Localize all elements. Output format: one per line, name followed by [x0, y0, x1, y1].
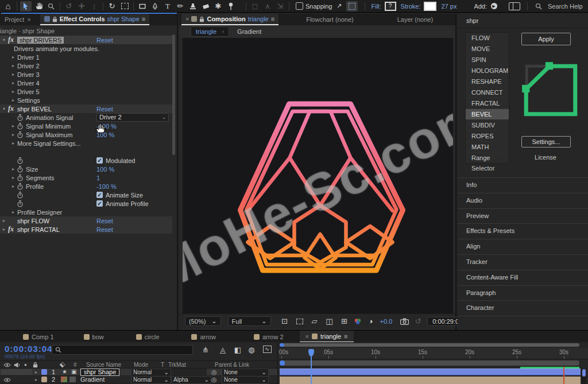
- magnification-dropdown[interactable]: (50%) ⌄: [185, 316, 221, 326]
- timeline-tab-triangle[interactable]: × triangle ≡: [300, 331, 354, 343]
- chevron-right-icon[interactable]: ▸: [9, 166, 17, 172]
- chevron-right-icon[interactable]: ▸: [0, 227, 8, 232]
- param-row-driver-3[interactable]: ▸Driver 3: [0, 70, 172, 79]
- shape-tool-icon[interactable]: [137, 1, 148, 11]
- stopwatch-icon[interactable]: [17, 131, 23, 138]
- parent-dropdown[interactable]: None⌄: [222, 369, 269, 377]
- chevron-right-icon[interactable]: ▸: [9, 141, 17, 146]
- effect-controls-scrollbar[interactable]: [172, 34, 175, 155]
- mini-flowchart-icon[interactable]: ⋔: [200, 344, 211, 355]
- stopwatch-icon[interactable]: [17, 183, 23, 190]
- chevron-down-icon[interactable]: ▾: [0, 37, 8, 42]
- effects-switch-icon[interactable]: ▣: [71, 369, 76, 375]
- pickwhip-icon[interactable]: ◎: [211, 376, 217, 383]
- rotation-tool-icon[interactable]: ↻: [106, 1, 118, 11]
- chevron-right-icon[interactable]: ▸: [32, 377, 40, 382]
- exposure-icon[interactable]: ◑: [365, 316, 377, 327]
- effect-name[interactable]: shpr DRIVERS: [17, 37, 64, 44]
- scrollbar-thumb[interactable]: [582, 369, 586, 377]
- effect-name[interactable]: shpr FLOW: [17, 218, 49, 224]
- channel-color-icon[interactable]: [354, 318, 362, 325]
- module-range-selector[interactable]: Range Selector: [466, 153, 509, 163]
- timeline-nav-scrollbar[interactable]: [280, 343, 579, 347]
- panel-preview[interactable]: Preview: [458, 208, 588, 224]
- lock-column-icon[interactable]: [33, 362, 38, 368]
- eraser-tool-icon[interactable]: [200, 1, 211, 11]
- blend-mode-dropdown[interactable]: Normal⌄: [131, 376, 171, 384]
- quality-star-icon[interactable]: ★: [62, 369, 67, 375]
- blend-mode-dropdown[interactable]: Normal⌄: [131, 369, 171, 377]
- graph-editor-icon[interactable]: ∿: [261, 344, 273, 354]
- stopwatch-icon[interactable]: [17, 174, 23, 181]
- bevel-handle[interactable]: [522, 85, 529, 92]
- stopwatch-icon[interactable]: [17, 192, 23, 199]
- module-fractal[interactable]: FRACTAL: [466, 98, 509, 109]
- panel-tracker[interactable]: Tracker: [458, 254, 588, 270]
- reset-link[interactable]: Reset: [96, 37, 113, 44]
- param-value[interactable]: 100 %: [96, 166, 114, 173]
- module-hologram[interactable]: HOLOGRAM: [466, 65, 509, 76]
- index-column-header[interactable]: #: [74, 362, 77, 368]
- panel-menu-icon[interactable]: ≡: [271, 15, 274, 22]
- tab-project[interactable]: Project ×: [0, 16, 36, 23]
- chevron-right-icon[interactable]: ▸: [9, 89, 17, 94]
- param-row-driver-4[interactable]: ▸Driver 4: [0, 79, 172, 87]
- nav-handle[interactable]: [280, 343, 284, 347]
- param-value[interactable]: 1: [96, 174, 100, 181]
- reset-link[interactable]: Reset: [96, 106, 113, 113]
- reset-link[interactable]: Reset: [96, 226, 113, 233]
- tab-composition[interactable]: × Composition triangle ≡: [181, 14, 278, 25]
- tab-effect-controls[interactable]: Effect Controls shpr Shape ≡: [40, 14, 150, 25]
- stopwatch-icon[interactable]: [17, 200, 23, 207]
- type-tool-icon[interactable]: T: [162, 1, 173, 11]
- module-bevel[interactable]: BEVEL: [466, 109, 509, 120]
- module-spin[interactable]: SPIN: [466, 55, 509, 65]
- current-timecode[interactable]: 0:00:03:04: [5, 344, 52, 354]
- effect-name[interactable]: shpr FRACTAL: [17, 226, 60, 233]
- chevron-right-icon[interactable]: ▸: [9, 63, 17, 68]
- param-row-driver-1[interactable]: ▸Driver 1: [0, 53, 172, 61]
- layer2-duration-bar[interactable]: [280, 377, 581, 384]
- panel-info[interactable]: Info: [458, 177, 588, 193]
- stroke-swatch[interactable]: [424, 2, 436, 11]
- param-row-settings[interactable]: ▸Settings: [0, 96, 172, 104]
- chevron-right-icon[interactable]: ▸: [9, 184, 17, 189]
- time-ruler[interactable]: 0:00s 05s 10s 15s 20s 25s 30s: [278, 348, 588, 359]
- exposure-value[interactable]: +0.0: [380, 318, 393, 325]
- puppet-pin-tool-icon[interactable]: [225, 1, 237, 11]
- modulated-checkbox[interactable]: ✓: [96, 157, 103, 164]
- audio-column-icon[interactable]: [14, 362, 20, 368]
- close-icon[interactable]: ×: [185, 15, 189, 22]
- solo-column-icon[interactable]: ●: [24, 362, 27, 367]
- breadcrumb-layer-label[interactable]: Gradient: [237, 28, 261, 35]
- effect-name[interactable]: shpr BEVEL: [17, 106, 52, 113]
- workspace-icon[interactable]: [509, 1, 520, 11]
- layer-label-swatch[interactable]: [41, 369, 47, 375]
- effect-row-shpr-fractal[interactable]: ▸ fx shpr FRACTAL Reset: [0, 225, 172, 234]
- chevron-right-icon[interactable]: ▸: [9, 98, 17, 103]
- work-area-bar[interactable]: [280, 360, 579, 366]
- panel-character[interactable]: Character: [458, 300, 588, 316]
- settings-button[interactable]: Settings...: [521, 136, 571, 148]
- snapping-checkbox[interactable]: [296, 2, 303, 10]
- module-math[interactable]: MATH: [466, 142, 509, 153]
- close-icon[interactable]: ×: [305, 333, 309, 340]
- tab-flowchart[interactable]: Flowchart (none): [301, 16, 358, 23]
- motion-blur-icon[interactable]: ◍: [246, 344, 257, 355]
- effect-row-shpr-flow[interactable]: ▸ fx shpr FLOW Reset: [0, 216, 172, 225]
- zoom-tool-icon[interactable]: [45, 1, 57, 11]
- brush-tool-icon[interactable]: ✏: [175, 1, 186, 11]
- snapshot-camera-icon[interactable]: [400, 318, 409, 325]
- mask-visibility-icon[interactable]: ▱: [309, 316, 320, 327]
- animate-profile-checkbox[interactable]: ✓: [96, 200, 103, 207]
- camera-tool-icon[interactable]: [119, 1, 130, 11]
- stopwatch-icon[interactable]: [17, 157, 23, 164]
- comp-marker-line[interactable]: [563, 367, 564, 384]
- panel-content-aware-fill[interactable]: Content-Aware Fill: [458, 270, 588, 285]
- source-name-column-header[interactable]: Source Name: [86, 362, 121, 368]
- layer-name-selected[interactable]: shpr Shape: [80, 369, 119, 376]
- module-move[interactable]: MOVE: [466, 44, 509, 55]
- label-column-icon[interactable]: ◧: [59, 360, 66, 368]
- draft-3d-icon[interactable]: ◬: [217, 344, 229, 355]
- parent-link-column-header[interactable]: Parent & Link: [215, 362, 249, 368]
